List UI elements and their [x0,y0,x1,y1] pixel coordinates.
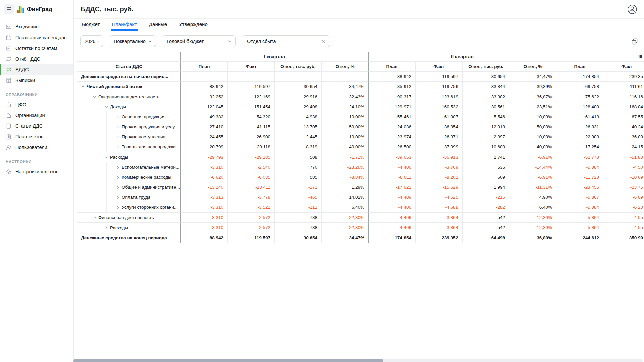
table-cell: -212 [275,202,322,213]
users-icon [6,144,12,150]
table-cell: 33 844 [463,82,509,92]
row-name-cell[interactable]: Расходы [77,223,181,233]
table-cell: 585 [275,172,322,182]
row-label: Расходы [110,155,128,160]
table-cell: 10,00% [509,132,556,142]
hamburger-menu-icon[interactable] [4,4,14,14]
period-select[interactable]: Поквартально [110,35,156,47]
tab-approved[interactable]: Утверждено [178,19,209,31]
row-name-cell[interactable]: Общие и административн... [77,182,181,192]
row-name-cell[interactable]: Прочие поступления [77,132,181,142]
table-cell: 40,00% [509,142,556,152]
sidebar-item-label: БДДС [15,67,29,72]
tab-budget[interactable]: Бюджет [80,19,101,31]
chevron-down-icon[interactable] [104,155,108,159]
row-name-cell[interactable]: Товары для перепродажи [77,142,181,152]
row-name-cell[interactable]: Расходы [77,152,181,162]
row-name-cell[interactable]: Доходы [77,102,181,112]
chevron-right-icon[interactable] [116,205,120,209]
table-cell: 30 561 [463,102,509,112]
sidebar-item-gateway-settings[interactable]: Настройки шлюзов [0,166,73,177]
table-cell: 119 597 [228,82,275,92]
table-cell: 64 498 [463,233,509,243]
chevron-right-icon[interactable] [116,115,120,119]
table-cell [322,72,369,82]
row-name-cell[interactable]: Оплата труда [77,192,181,202]
table-cell: -51 88 [603,152,644,162]
row-name-cell[interactable]: Основная продукция [77,112,181,122]
table-cell: -2 572 [228,223,275,233]
horizontal-scrollbar-thumb[interactable] [73,359,383,362]
tab-data[interactable]: Данные [148,19,168,31]
table-cell: 2 445 [275,132,322,142]
indent-guide [104,142,114,152]
row-name-cell[interactable]: Прочая продукция и услу... [77,122,181,132]
chevron-down-icon[interactable] [104,105,108,109]
table-cell: 37 099 [416,142,463,152]
chevron-down-icon[interactable] [93,95,97,99]
row-name-cell[interactable]: Денежные средства на конец периода [77,233,181,243]
indent-guide [81,223,91,233]
table-row: Чистый денежный поток88 942119 59730 654… [77,82,644,92]
chevron-right-icon[interactable] [116,165,120,169]
table-row: Коммерческие расходы-6 620-6 035585-8,84… [77,172,644,182]
row-name-cell[interactable]: Финансовая деятельность [77,213,181,223]
chevron-right-icon[interactable] [116,125,120,129]
row-name-cell[interactable]: Чистый денежный поток [77,82,181,92]
horizontal-scrollbar-track[interactable] [73,359,643,362]
sidebar-item-cfo[interactable]: ЦФО [0,99,73,110]
sidebar-item-label: Настройки шлюзов [15,169,58,174]
chevron-right-icon[interactable] [104,226,108,230]
indent-guide [104,182,114,192]
table-cell: 55 461 [369,112,416,122]
table-cell: 770 [275,162,322,172]
chevron-right-icon[interactable] [116,135,120,139]
table-cell: -8 202 [416,172,463,182]
table-cell: 2 397 [463,132,509,142]
chevron-right-icon[interactable] [116,195,120,199]
sidebar-item-organizations[interactable]: Организации [0,110,73,121]
row-name-cell[interactable]: Вспомогательные матери... [77,162,181,172]
sidebar-item-dds-report[interactable]: Отчёт ДДС [0,54,73,64]
row-name-cell[interactable]: Коммерческие расходы [77,172,181,182]
tab-plan-fact[interactable]: План/факт [111,19,138,31]
sidebar-item-inbox[interactable]: Входящие [0,21,73,32]
main-content: БДДС, тыс. руб. Бюджет План/факт Данные … [74,0,644,362]
clear-filter-button[interactable] [320,38,326,44]
table-cell: -12,30% [509,213,556,223]
chevron-down-icon [98,39,99,43]
table-cell: 116 16 [603,92,644,102]
table-cell: -4 406 [369,202,416,213]
sidebar-item-dds-articles[interactable]: Статьи ДДС [0,121,73,131]
copy-button[interactable] [630,38,639,46]
inbox-icon [6,24,12,30]
sidebar-item-bdds[interactable]: БДДС [0,64,73,75]
sidebar-item-account-balances[interactable]: Остатки по счетам [0,43,73,54]
row-name-cell[interactable]: Услуги сторонних органи... [77,202,181,213]
chevron-right-icon[interactable] [116,175,120,179]
sidebar-item-statements[interactable]: Выписки [0,75,73,86]
table-cell: -8,84% [322,172,369,182]
year-select[interactable]: 2026 [80,35,103,47]
row-name-cell[interactable]: Операционная деятельность [77,92,181,102]
chevron-down-icon[interactable] [93,216,97,220]
indent-guide [104,112,114,122]
table-cell: -2 540 [228,162,275,172]
sidebar-item-payment-calendar[interactable]: Платежный календарь [0,32,73,43]
sidebar-item-users[interactable]: Пользователи [0,142,73,153]
chevron-right-icon[interactable] [116,185,120,189]
sidebar-item-chart-of-accounts[interactable]: План счетов [0,131,73,142]
row-label: Оплата труда [122,195,150,200]
row-name-cell[interactable]: Денежные средства на начало перио... [77,72,181,82]
chevron-down-icon[interactable] [81,85,85,89]
table-cell: -39 653 [369,152,416,162]
chevron-right-icon[interactable] [116,145,120,149]
sidebar-section-title: СПРАВОЧНИКИ [0,93,73,99]
table-cell: 508 [275,152,322,162]
table-cell: -11,31% [509,182,556,192]
user-avatar[interactable] [627,4,637,14]
building-icon [6,112,12,118]
column-header: Факт [603,62,644,72]
budget-select[interactable]: Годовой бюджет [163,35,236,47]
department-filter[interactable]: Отдел сбыта [243,35,330,47]
